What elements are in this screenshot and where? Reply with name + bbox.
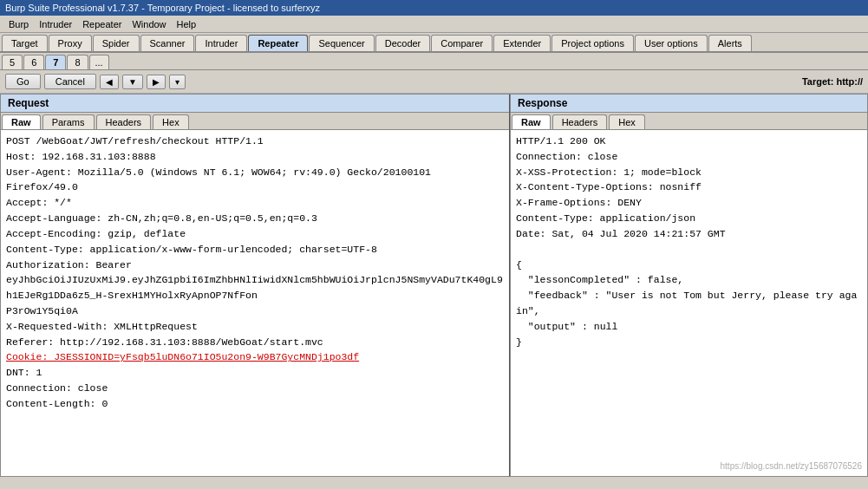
sub-tab-bar: 5 6 7 8 ... [0, 53, 868, 70]
tab-scanner[interactable]: Scanner [140, 35, 195, 51]
response-text: HTTP/1.1 200 OK Connection: close X-XSS-… [516, 134, 862, 349]
request-tab-headers[interactable]: Headers [96, 114, 152, 129]
sub-tab-more[interactable]: ... [89, 55, 109, 69]
cookie-line: Cookie: JSESSIONID=yFsqb5luDN6o71IO5u2on… [6, 351, 359, 362]
request-tabs: Raw Params Headers Hex [1, 113, 509, 130]
toolbar: Go Cancel ◀ ▼ ▶ ▾ Target: http:// [0, 70, 868, 94]
menu-burp[interactable]: Burp [3, 17, 34, 31]
tab-comparer[interactable]: Comparer [431, 35, 493, 51]
request-tab-raw[interactable]: Raw [2, 114, 41, 129]
menu-bar: Burp Intruder Repeater Window Help [0, 16, 868, 33]
tab-extender[interactable]: Extender [493, 35, 551, 51]
nav-down-button[interactable]: ▼ [122, 75, 143, 89]
title-bar: Burp Suite Professional v1.7.37 - Tempor… [0, 0, 868, 16]
response-tab-hex[interactable]: Hex [609, 114, 645, 129]
watermark: https://blog.csdn.net/zy15687076526 [721, 460, 862, 473]
sub-tab-6[interactable]: 6 [23, 55, 44, 69]
tab-user-options[interactable]: User options [635, 35, 708, 51]
menu-window[interactable]: Window [127, 17, 171, 31]
request-pane: Request Raw Params Headers Hex POST /Web… [0, 94, 510, 477]
menu-repeater[interactable]: Repeater [77, 17, 127, 31]
tab-alerts[interactable]: Alerts [708, 35, 752, 51]
sub-tab-5[interactable]: 5 [2, 55, 23, 69]
request-tab-params[interactable]: Params [42, 114, 95, 129]
response-pane: Response Raw Headers Hex HTTP/1.1 200 OK… [510, 94, 868, 477]
tab-proxy[interactable]: Proxy [49, 35, 92, 51]
split-pane: Request Raw Params Headers Hex POST /Web… [0, 94, 868, 477]
main-tab-bar: Target Proxy Spider Scanner Intruder Rep… [0, 33, 868, 53]
response-tabs: Raw Headers Hex [511, 113, 867, 130]
title-text: Burp Suite Professional v1.7.37 - Tempor… [5, 3, 320, 13]
response-content[interactable]: HTTP/1.1 200 OK Connection: close X-XSS-… [511, 130, 867, 476]
request-content[interactable]: POST /WebGoat/JWT/refresh/checkout HTTP/… [1, 130, 509, 476]
response-tab-headers[interactable]: Headers [552, 114, 608, 129]
nav-back-button[interactable]: ◀ [100, 75, 119, 89]
request-header: Request [1, 95, 509, 113]
sub-tab-8[interactable]: 8 [67, 55, 88, 69]
request-text: POST /WebGoat/JWT/refresh/checkout HTTP/… [6, 134, 504, 412]
go-button[interactable]: Go [5, 74, 41, 89]
response-tab-raw[interactable]: Raw [512, 114, 551, 129]
nav-forward-button[interactable]: ▶ [147, 75, 166, 89]
target-label: Target: http:// [802, 76, 863, 87]
sub-tab-7[interactable]: 7 [45, 55, 66, 69]
nav-menu-button[interactable]: ▾ [169, 75, 186, 89]
tab-target[interactable]: Target [2, 35, 48, 51]
menu-help[interactable]: Help [172, 17, 202, 31]
response-header: Response [511, 95, 867, 113]
request-tab-hex[interactable]: Hex [153, 114, 189, 129]
tab-sequencer[interactable]: Sequencer [309, 35, 374, 51]
tab-repeater[interactable]: Repeater [248, 35, 308, 51]
tab-decoder[interactable]: Decoder [375, 35, 431, 51]
tab-intruder[interactable]: Intruder [195, 35, 247, 51]
tab-spider[interactable]: Spider [93, 35, 140, 51]
tab-project-options[interactable]: Project options [551, 35, 634, 51]
cancel-button[interactable]: Cancel [44, 74, 96, 89]
menu-intruder[interactable]: Intruder [34, 17, 77, 31]
